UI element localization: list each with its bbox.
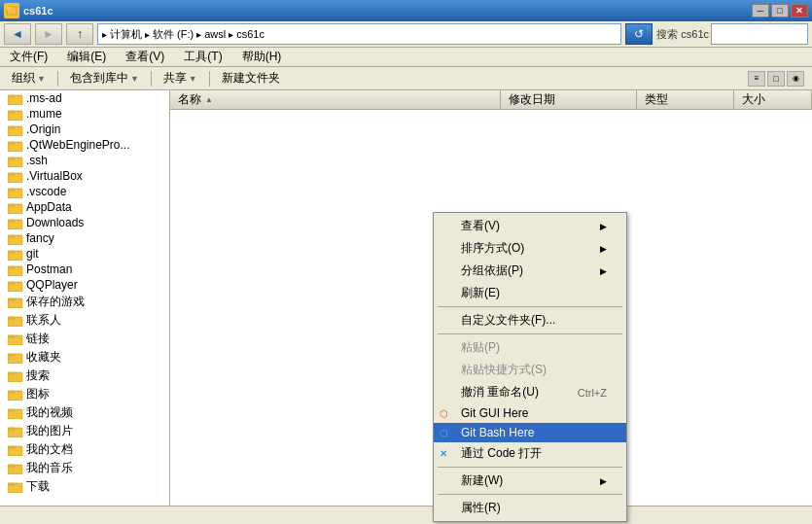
sidebar-folder-links[interactable]: 链接 xyxy=(0,330,154,348)
sidebar-label-ms-ad: .ms-ad xyxy=(26,91,62,105)
ctx-undo-rename[interactable]: 撤消 重命名(U) Ctrl+Z xyxy=(434,381,626,403)
sidebar-folder-ms-ad[interactable]: .ms-ad xyxy=(0,90,154,106)
ctx-group-arrow: ▶ xyxy=(600,266,607,276)
context-menu: 查看(V) ▶ 排序方式(O) ▶ 分组依据(P) ▶ 刷新(E) 自定义文件夹… xyxy=(433,212,627,522)
ctx-refresh[interactable]: 刷新(E) xyxy=(434,282,626,304)
ctx-sort-arrow: ▶ xyxy=(600,244,607,254)
toolbar-sep-2 xyxy=(151,71,152,87)
view-tiles-btn[interactable]: □ xyxy=(767,71,785,87)
svg-rect-37 xyxy=(8,372,15,374)
sidebar-folder-favorites[interactable]: 收藏夹 xyxy=(0,348,154,367)
toolbar-share[interactable]: 共享 ▼ xyxy=(156,69,205,87)
svg-rect-5 xyxy=(8,111,15,113)
sidebar-folder-search[interactable]: 搜索 xyxy=(0,367,154,385)
sidebar-label-contacts: 联系人 xyxy=(26,312,61,329)
sidebar-label-postman: Postman xyxy=(26,262,72,276)
sidebar-folder-downloads-cn[interactable]: 下载 xyxy=(0,477,154,496)
search-area: 搜索 cs61c xyxy=(656,23,808,45)
sidebar-folder-qqplayer[interactable]: QQPlayer xyxy=(0,277,154,293)
sidebar-folder-downloads[interactable]: Downloads xyxy=(0,215,154,230)
ctx-paste[interactable]: 粘贴(P) xyxy=(434,336,626,359)
ctx-new[interactable]: 新建(W) ▶ xyxy=(434,470,626,492)
svg-rect-49 xyxy=(8,483,15,485)
sidebar-folder-music[interactable]: 我的音乐 xyxy=(0,459,154,477)
svg-rect-3 xyxy=(8,95,15,97)
sidebar-label-downloads: Downloads xyxy=(26,216,84,229)
sidebar-label-videos: 我的视频 xyxy=(26,404,73,421)
vscode-icon: ✕ xyxy=(440,448,447,459)
ctx-vscode[interactable]: ✕ 通过 Code 打开 xyxy=(434,442,626,465)
menu-file[interactable]: 文件(F) xyxy=(4,48,53,66)
ctx-view[interactable]: 查看(V) ▶ xyxy=(434,215,626,237)
view-details-btn[interactable]: ≡ xyxy=(748,71,765,87)
window-title: cs61c xyxy=(23,5,752,17)
toolbar-include-library[interactable]: 包含到库中 ▼ xyxy=(62,69,147,87)
ctx-customize[interactable]: 自定义文件夹(F)... xyxy=(434,309,626,332)
sidebar-folder-pictures[interactable]: 我的图片 xyxy=(0,422,154,440)
main-area: .ms-ad .mume .Origin .QtWebEnginePro... … xyxy=(0,90,812,506)
svg-rect-1 xyxy=(7,7,11,10)
sidebar-folder-saved-games[interactable]: 保存的游戏 xyxy=(0,293,154,311)
svg-rect-11 xyxy=(8,157,15,159)
refresh-button[interactable]: ↺ xyxy=(625,23,653,45)
col-header-name[interactable]: 名称 ▲ xyxy=(170,90,501,109)
back-button[interactable]: ◄ xyxy=(4,23,31,45)
toolbar-sep-3 xyxy=(209,71,210,87)
svg-rect-21 xyxy=(8,235,15,237)
svg-rect-39 xyxy=(8,391,15,393)
sidebar-label-documents: 我的文档 xyxy=(26,441,73,458)
col-header-size[interactable]: 大小 xyxy=(734,90,812,109)
close-button[interactable]: ✕ xyxy=(791,4,808,17)
ctx-sort[interactable]: 排序方式(O) ▶ xyxy=(434,237,626,260)
path-input[interactable]: ▸ 计算机 ▸ 软件 (F:) ▸ awsl ▸ cs61c xyxy=(97,23,621,45)
ctx-group[interactable]: 分组依据(P) ▶ xyxy=(434,260,626,282)
sidebar-folder-vscode[interactable]: .vscode xyxy=(0,184,154,199)
svg-rect-13 xyxy=(8,173,15,175)
menu-edit[interactable]: 编辑(E) xyxy=(61,48,112,66)
ctx-git-bash[interactable]: ⬡ Git Bash Here xyxy=(434,423,626,442)
menu-help[interactable]: 帮助(H) xyxy=(236,48,288,66)
ctx-sep-1 xyxy=(438,306,622,307)
sidebar-label-vscode: .vscode xyxy=(26,185,66,198)
minimize-button[interactable]: ─ xyxy=(752,4,769,17)
svg-rect-35 xyxy=(8,354,15,356)
svg-rect-15 xyxy=(8,189,15,191)
svg-rect-31 xyxy=(8,317,15,319)
svg-rect-33 xyxy=(8,335,15,337)
sidebar-label-origin: .Origin xyxy=(26,122,60,136)
search-input[interactable] xyxy=(711,23,808,45)
sidebar-folder-origin[interactable]: .Origin xyxy=(0,122,154,137)
title-bar: cs61c ─ □ ✕ xyxy=(0,0,812,21)
sidebar-folder-appdata[interactable]: AppData xyxy=(0,199,154,215)
sidebar-folder-qt[interactable]: .QtWebEnginePro... xyxy=(0,137,154,153)
ctx-properties[interactable]: 属性(R) xyxy=(434,497,626,519)
address-bar: ◄ ► ↑ ▸ 计算机 ▸ 软件 (F:) ▸ awsl ▸ cs61c ↺ 搜… xyxy=(0,21,812,48)
sidebar-folder-documents[interactable]: 我的文档 xyxy=(0,440,154,459)
view-icon-btn[interactable]: ◉ xyxy=(787,71,804,87)
sidebar-label-mume: .mume xyxy=(26,107,62,121)
sidebar-folder-mume[interactable]: .mume xyxy=(0,106,154,122)
svg-rect-27 xyxy=(8,282,15,284)
menu-tools[interactable]: 工具(T) xyxy=(178,48,228,66)
toolbar-new-folder[interactable]: 新建文件夹 xyxy=(214,69,288,87)
sidebar-folder-icons[interactable]: 图标 xyxy=(0,385,154,403)
ctx-git-gui[interactable]: ⬡ Git GUI Here xyxy=(434,403,626,423)
menu-view[interactable]: 查看(V) xyxy=(120,48,170,66)
sidebar-folder-videos[interactable]: 我的视频 xyxy=(0,403,154,422)
up-button[interactable]: ↑ xyxy=(66,23,93,45)
sidebar-folder-virtualbox[interactable]: .VirtualBox xyxy=(0,168,154,184)
sidebar-folder-fancy[interactable]: fancy xyxy=(0,230,154,246)
maximize-button[interactable]: □ xyxy=(771,4,789,17)
ctx-sep-4 xyxy=(438,494,622,495)
col-header-type[interactable]: 类型 xyxy=(637,90,734,109)
forward-button[interactable]: ► xyxy=(35,23,62,45)
sidebar-folder-postman[interactable]: Postman xyxy=(0,262,154,277)
sidebar-label-search: 搜索 xyxy=(26,367,50,384)
sidebar-folder-contacts[interactable]: 联系人 xyxy=(0,311,154,330)
ctx-paste-shortcut[interactable]: 粘贴快捷方式(S) xyxy=(434,359,626,381)
sidebar-folder-git[interactable]: git xyxy=(0,246,154,262)
sidebar-folder-ssh[interactable]: .ssh xyxy=(0,153,154,168)
col-header-date[interactable]: 修改日期 xyxy=(501,90,637,109)
toolbar-organize[interactable]: 组织 ▼ xyxy=(4,69,53,87)
path-part-awsl: awsl xyxy=(204,28,226,40)
